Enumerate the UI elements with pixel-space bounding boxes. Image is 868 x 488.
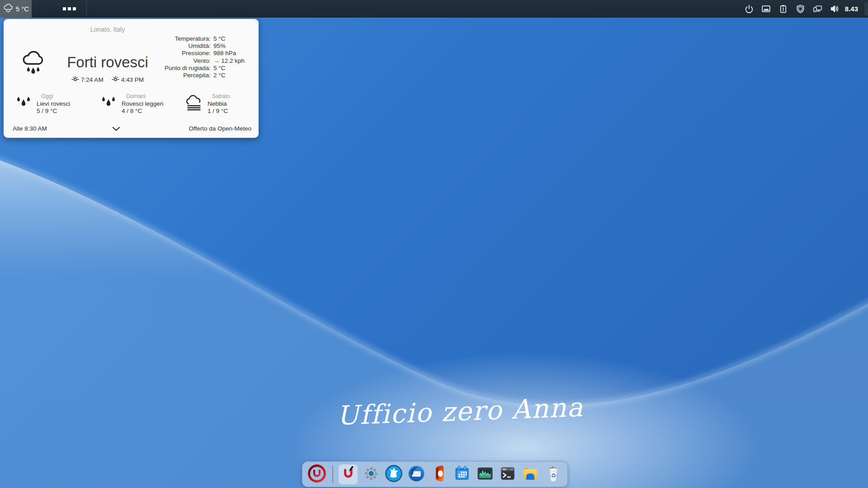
sunset-time: 4:43 PM	[121, 76, 144, 83]
panel-edge-handle[interactable]	[864, 2, 868, 15]
thunderbird-icon	[407, 464, 426, 485]
shield-icon[interactable]	[795, 4, 806, 14]
detail-value: 5 °C	[213, 35, 253, 42]
dock: ♻	[302, 461, 568, 487]
system-monitor-icon	[476, 464, 495, 485]
weather-condition: Forti rovesci	[40, 54, 175, 71]
clock[interactable]: 8.43	[845, 0, 858, 18]
detail-label: Punto di rugiada:	[165, 65, 213, 72]
grid-dots-menu-icon[interactable]	[61, 0, 78, 18]
forecast-condition: Nebbia	[208, 100, 230, 108]
fog-icon	[184, 93, 203, 115]
svg-text:♻: ♻	[551, 472, 556, 479]
terminal-icon	[498, 464, 517, 485]
dock-item-terminal[interactable]	[498, 465, 517, 484]
sunrise-time: 7:24 AM	[81, 76, 104, 83]
forecast-day: Domani	[122, 93, 163, 100]
power-icon[interactable]	[744, 4, 754, 14]
rain-drops-icon	[14, 93, 33, 115]
volume-icon[interactable]	[830, 4, 840, 14]
weather-updated-time: Alle 8:30 AM	[13, 125, 47, 132]
dock-item-settings[interactable]	[361, 465, 380, 484]
forecast-day: Oggi	[37, 93, 70, 100]
panel-temperature: 5 °C	[16, 5, 29, 13]
trash-icon: ♻	[544, 464, 562, 485]
network-icon[interactable]	[812, 4, 823, 14]
detail-value: 988 hPa	[213, 50, 253, 57]
top-panel: 5 °C	[0, 0, 868, 18]
calendar-icon	[453, 464, 472, 485]
weather-details: Temperatura:5 °C Umidità:95% Pressione:9…	[165, 35, 253, 79]
forecast-condition: Lievi rovesci	[37, 100, 70, 108]
weather-attribution: Offerto da Open-Meteo	[189, 125, 251, 132]
clipboard-icon[interactable]	[778, 4, 788, 14]
sun-times: 7:24 AM 4:43 PM	[40, 75, 175, 84]
sunrise-icon	[71, 75, 79, 84]
weather-indicator-button[interactable]: 5 °C	[0, 0, 32, 18]
dock-item-ufficio-zero-menu[interactable]	[307, 465, 327, 484]
forecast-tomorrow: Domani Rovesci leggeri 4 / 8 °C	[89, 93, 174, 115]
installer-icon	[339, 465, 357, 484]
forecast-saturday: Sabato Nebbia 1 / 9 °C	[174, 93, 259, 115]
weather-location: Lonato, Italy	[22, 26, 193, 33]
detail-label: Pressione:	[165, 50, 213, 57]
forecast-day: Sabato	[208, 93, 230, 100]
dock-item-trash[interactable]: ♻	[544, 465, 563, 484]
display-icon[interactable]	[761, 4, 771, 14]
dock-separator	[332, 466, 333, 483]
dock-item-librewolf-browser[interactable]	[384, 465, 403, 484]
forecast-temps: 4 / 8 °C	[122, 108, 163, 115]
system-tray	[744, 0, 840, 18]
forecast-today: Oggi Lievi rovesci 5 / 9 °C	[4, 93, 89, 115]
dock-item-system-monitor[interactable]	[475, 465, 494, 484]
gear-icon	[362, 464, 381, 485]
forecast-row: Oggi Lievi rovesci 5 / 9 °C Domani Roves…	[4, 93, 259, 115]
ufficio-zero-logo-icon	[307, 464, 327, 485]
folder-icon	[521, 464, 540, 485]
office-icon	[430, 465, 448, 484]
sunset-icon	[112, 75, 119, 84]
cloud-rain-icon	[3, 3, 14, 15]
dock-item-thunderbird-mail[interactable]	[407, 465, 426, 484]
dock-item-calendar[interactable]	[453, 465, 472, 484]
panel-separator	[86, 0, 87, 18]
dock-item-office[interactable]	[430, 465, 449, 484]
detail-label: Vento:	[165, 57, 213, 65]
forecast-temps: 1 / 9 °C	[208, 108, 230, 115]
detail-label: Temperatura:	[165, 35, 213, 42]
detail-value: 2 °C	[213, 72, 253, 79]
weather-footer: Alle 8:30 AM Offerto da Open-Meteo	[13, 124, 251, 133]
detail-value: 5 °C	[213, 65, 253, 72]
forecast-condition: Rovesci leggeri	[122, 100, 163, 108]
detail-label: Umidità:	[165, 42, 213, 50]
dock-item-installer[interactable]	[339, 465, 358, 484]
rain-drops-icon	[99, 93, 118, 115]
detail-value: → 12.2 kph	[213, 57, 253, 65]
detail-label: Percepita:	[165, 72, 213, 79]
dock-item-file-manager[interactable]	[521, 465, 540, 484]
chevron-down-icon[interactable]	[110, 124, 122, 133]
detail-value: 95%	[213, 42, 253, 50]
weather-popup: Lonato, Italy Forti rovesci 7:24 AM	[4, 19, 259, 138]
forecast-temps: 5 / 9 °C	[37, 108, 70, 115]
librewolf-icon	[384, 464, 403, 485]
